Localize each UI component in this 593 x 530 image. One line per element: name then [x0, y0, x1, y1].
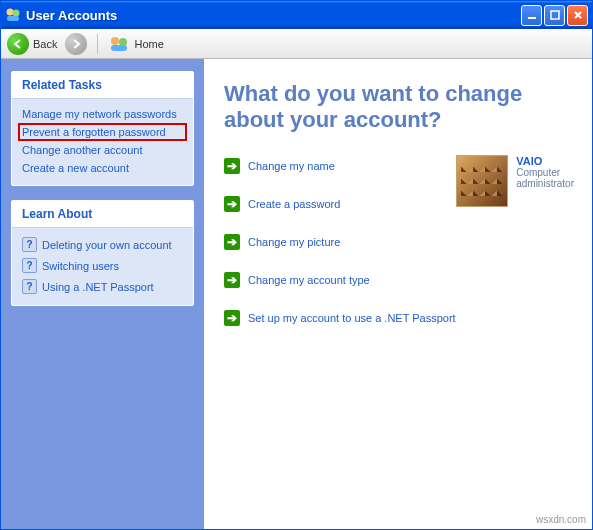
task-change-picture[interactable]: ➔ Change my picture — [224, 234, 574, 250]
svg-rect-9 — [111, 45, 127, 51]
user-role-line1: Computer — [516, 167, 574, 178]
user-name: VAIO — [516, 155, 574, 167]
arrow-icon: ➔ — [224, 196, 240, 212]
svg-rect-4 — [551, 11, 559, 19]
home-button[interactable]: Home — [108, 35, 163, 53]
svg-point-8 — [119, 38, 127, 46]
learn-about-panel: Learn About ? Deleting your own account … — [11, 200, 194, 306]
titlebar: User Accounts — [1, 1, 592, 29]
user-accounts-window: User Accounts Back Home — [0, 0, 593, 530]
user-avatar[interactable] — [456, 155, 508, 207]
window-title: User Accounts — [26, 8, 521, 23]
learn-net-passport[interactable]: ? Using a .NET Passport — [18, 276, 187, 297]
user-info: VAIO Computer administrator — [516, 155, 574, 189]
learn-about-heading: Learn About — [12, 201, 193, 228]
users-icon — [108, 35, 130, 53]
task-net-passport[interactable]: ➔ Set up my account to use a .NET Passpo… — [224, 310, 574, 326]
link-label: Change another account — [22, 144, 142, 156]
user-role-line2: administrator — [516, 178, 574, 189]
app-icon — [5, 7, 21, 23]
help-icon: ? — [22, 258, 37, 273]
watermark: wsxdn.com — [536, 514, 586, 525]
arrow-icon: ➔ — [224, 272, 240, 288]
learn-about-body: ? Deleting your own account ? Switching … — [12, 228, 193, 305]
svg-rect-2 — [7, 16, 19, 21]
sidebar: Related Tasks Manage my network password… — [1, 59, 204, 529]
related-task-prevent-forgotten[interactable]: Prevent a forgotten password — [18, 123, 187, 141]
learn-deleting-account[interactable]: ? Deleting your own account — [18, 234, 187, 255]
arrow-icon: ➔ — [224, 234, 240, 250]
link-label: Create a new account — [22, 162, 129, 174]
related-task-create-account[interactable]: Create a new account — [18, 159, 187, 177]
window-buttons — [521, 5, 588, 26]
svg-rect-3 — [528, 17, 536, 19]
close-button[interactable] — [567, 5, 588, 26]
task-label: Change my account type — [248, 274, 370, 286]
toolbar-separator — [97, 34, 98, 54]
back-button[interactable]: Back — [7, 33, 57, 55]
page-heading: What do you want to change about your ac… — [224, 81, 574, 134]
main-content: What do you want to change about your ac… — [204, 59, 592, 529]
task-label: Change my picture — [248, 236, 340, 248]
link-label: Using a .NET Passport — [42, 281, 154, 293]
minimize-button[interactable] — [521, 5, 542, 26]
home-label: Home — [134, 38, 163, 50]
svg-point-0 — [7, 9, 14, 16]
link-label: Switching users — [42, 260, 119, 272]
link-label: Deleting your own account — [42, 239, 172, 251]
help-icon: ? — [22, 279, 37, 294]
link-label: Prevent a forgotten password — [22, 126, 166, 138]
related-task-manage-passwords[interactable]: Manage my network passwords — [18, 105, 187, 123]
related-tasks-body: Manage my network passwords Prevent a fo… — [12, 99, 193, 185]
learn-switching-users[interactable]: ? Switching users — [18, 255, 187, 276]
toolbar: Back Home — [1, 29, 592, 59]
related-tasks-panel: Related Tasks Manage my network password… — [11, 71, 194, 186]
task-change-account-type[interactable]: ➔ Change my account type — [224, 272, 574, 288]
back-label: Back — [33, 38, 57, 50]
task-label: Change my name — [248, 160, 335, 172]
related-task-change-another[interactable]: Change another account — [18, 141, 187, 159]
help-icon: ? — [22, 237, 37, 252]
svg-point-1 — [13, 10, 20, 17]
arrow-icon: ➔ — [224, 310, 240, 326]
related-tasks-heading: Related Tasks — [12, 72, 193, 99]
body-area: Related Tasks Manage my network password… — [1, 59, 592, 529]
forward-arrow-icon — [65, 33, 87, 55]
link-label: Manage my network passwords — [22, 108, 177, 120]
task-label: Create a password — [248, 198, 340, 210]
svg-point-7 — [111, 37, 119, 45]
back-arrow-icon — [7, 33, 29, 55]
task-label: Set up my account to use a .NET Passport — [248, 312, 456, 324]
maximize-button[interactable] — [544, 5, 565, 26]
forward-button[interactable] — [65, 33, 87, 55]
current-user-box: VAIO Computer administrator — [456, 155, 574, 207]
arrow-icon: ➔ — [224, 158, 240, 174]
